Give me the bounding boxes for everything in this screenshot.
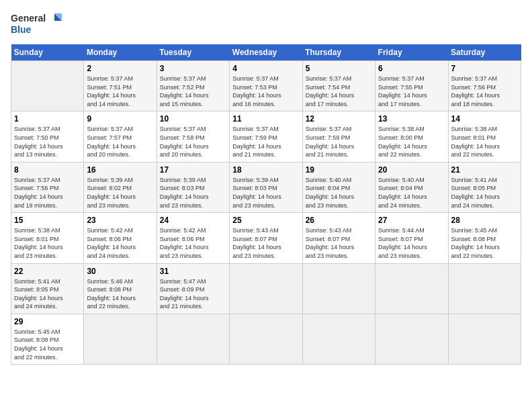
calendar-cell: [11, 61, 84, 111]
calendar-cell: 27Sunrise: 5:44 AM Sunset: 8:07 PM Dayli…: [375, 213, 448, 263]
day-info: Sunrise: 5:37 AM Sunset: 7:54 PM Dayligh…: [306, 75, 372, 108]
logo-svg: General Blue: [11, 11, 64, 39]
calendar-cell: 16Sunrise: 5:39 AM Sunset: 8:02 PM Dayli…: [84, 162, 157, 212]
calendar-cell: 11Sunrise: 5:37 AM Sunset: 7:59 PM Dayli…: [230, 111, 302, 162]
calendar-cell: 26Sunrise: 5:43 AM Sunset: 8:07 PM Dayli…: [302, 213, 375, 263]
header-sunday: Sunday: [11, 44, 84, 61]
day-number: 16: [87, 165, 153, 175]
day-info: Sunrise: 5:37 AM Sunset: 7:59 PM Dayligh…: [306, 125, 372, 158]
calendar-cell: 28Sunrise: 5:45 AM Sunset: 8:08 PM Dayli…: [448, 213, 521, 263]
calendar-cell: 1Sunrise: 5:37 AM Sunset: 7:50 PM Daylig…: [11, 111, 84, 162]
calendar-cell: 20Sunrise: 5:40 AM Sunset: 8:04 PM Dayli…: [375, 162, 448, 212]
day-number: 15: [14, 216, 81, 225]
day-info: Sunrise: 5:45 AM Sunset: 8:08 PM Dayligh…: [14, 328, 81, 361]
day-number: 17: [160, 165, 226, 175]
day-number: 4: [232, 64, 299, 73]
calendar-cell: [448, 314, 521, 364]
day-number: 5: [306, 64, 372, 73]
day-info: Sunrise: 5:39 AM Sunset: 8:03 PM Dayligh…: [232, 176, 299, 210]
svg-text:General: General: [11, 13, 46, 24]
calendar-cell: 30Sunrise: 5:46 AM Sunset: 8:08 PM Dayli…: [84, 263, 157, 314]
day-info: Sunrise: 5:41 AM Sunset: 8:05 PM Dayligh…: [451, 176, 518, 210]
calendar-cell: 25Sunrise: 5:43 AM Sunset: 8:07 PM Dayli…: [230, 213, 302, 263]
day-info: Sunrise: 5:37 AM Sunset: 7:56 PM Dayligh…: [14, 176, 81, 210]
day-number: 18: [232, 165, 299, 175]
day-info: Sunrise: 5:37 AM Sunset: 7:50 PM Dayligh…: [14, 125, 81, 158]
calendar-cell: [84, 314, 157, 364]
day-number: 29: [14, 317, 81, 326]
calendar-cell: [230, 263, 302, 314]
calendar-cell: 10Sunrise: 5:37 AM Sunset: 7:58 PM Dayli…: [157, 111, 229, 162]
calendar-cell: 23Sunrise: 5:42 AM Sunset: 8:06 PM Dayli…: [84, 213, 157, 263]
calendar-cell: 29Sunrise: 5:45 AM Sunset: 8:08 PM Dayli…: [11, 314, 84, 364]
calendar-cell: 8Sunrise: 5:37 AM Sunset: 7:56 PM Daylig…: [11, 162, 84, 212]
day-number: 20: [378, 165, 445, 175]
day-info: Sunrise: 5:44 AM Sunset: 8:07 PM Dayligh…: [378, 226, 445, 260]
day-info: Sunrise: 5:37 AM Sunset: 7:53 PM Dayligh…: [232, 75, 299, 108]
calendar-cell: 6Sunrise: 5:37 AM Sunset: 7:55 PM Daylig…: [375, 61, 448, 111]
day-info: Sunrise: 5:40 AM Sunset: 8:04 PM Dayligh…: [306, 176, 372, 210]
calendar-cell: [375, 314, 448, 364]
day-info: Sunrise: 5:38 AM Sunset: 8:01 PM Dayligh…: [14, 226, 81, 260]
day-number: 21: [451, 165, 518, 175]
day-info: Sunrise: 5:47 AM Sunset: 8:09 PM Dayligh…: [160, 277, 226, 311]
day-number: 11: [232, 114, 299, 124]
day-number: 14: [451, 114, 518, 124]
day-info: Sunrise: 5:41 AM Sunset: 8:05 PM Dayligh…: [14, 277, 81, 311]
calendar-cell: [157, 314, 229, 364]
day-number: 10: [160, 114, 226, 124]
day-number: 2: [87, 64, 153, 73]
calendar-cell: 7Sunrise: 5:37 AM Sunset: 7:56 PM Daylig…: [448, 61, 521, 111]
header-saturday: Saturday: [448, 44, 521, 61]
header-friday: Friday: [375, 44, 448, 61]
header-monday: Monday: [84, 44, 157, 61]
calendar-cell: [302, 314, 375, 364]
day-number: 8: [14, 165, 81, 175]
day-number: 7: [451, 64, 518, 73]
calendar-cell: [448, 263, 521, 314]
calendar-cell: 9Sunrise: 5:37 AM Sunset: 7:57 PM Daylig…: [84, 111, 157, 162]
day-number: 22: [14, 267, 81, 276]
day-info: Sunrise: 5:39 AM Sunset: 8:03 PM Dayligh…: [160, 176, 226, 210]
day-info: Sunrise: 5:40 AM Sunset: 8:04 PM Dayligh…: [378, 176, 445, 210]
day-info: Sunrise: 5:37 AM Sunset: 7:55 PM Dayligh…: [378, 75, 445, 108]
calendar-cell: 2Sunrise: 5:37 AM Sunset: 7:51 PM Daylig…: [84, 61, 157, 111]
day-info: Sunrise: 5:37 AM Sunset: 7:59 PM Dayligh…: [232, 125, 299, 158]
svg-text:Blue: Blue: [11, 24, 32, 35]
day-number: 13: [378, 114, 445, 124]
calendar-cell: 5Sunrise: 5:37 AM Sunset: 7:54 PM Daylig…: [302, 61, 375, 111]
calendar-cell: 14Sunrise: 5:38 AM Sunset: 8:01 PM Dayli…: [448, 111, 521, 162]
day-number: 27: [378, 216, 445, 225]
day-info: Sunrise: 5:45 AM Sunset: 8:08 PM Dayligh…: [451, 226, 518, 260]
day-info: Sunrise: 5:42 AM Sunset: 8:06 PM Dayligh…: [87, 226, 153, 260]
day-info: Sunrise: 5:46 AM Sunset: 8:08 PM Dayligh…: [87, 277, 153, 311]
day-number: 19: [306, 165, 372, 175]
calendar-header: SundayMondayTuesdayWednesdayThursdayFrid…: [11, 44, 521, 61]
calendar-cell: 18Sunrise: 5:39 AM Sunset: 8:03 PM Dayli…: [230, 162, 302, 212]
day-info: Sunrise: 5:43 AM Sunset: 8:07 PM Dayligh…: [232, 226, 299, 260]
calendar-cell: 21Sunrise: 5:41 AM Sunset: 8:05 PM Dayli…: [448, 162, 521, 212]
calendar-table: SundayMondayTuesdayWednesdayThursdayFrid…: [11, 44, 521, 365]
day-number: 26: [306, 216, 372, 225]
day-number: 30: [87, 267, 153, 276]
calendar-cell: 31Sunrise: 5:47 AM Sunset: 8:09 PM Dayli…: [157, 263, 229, 314]
calendar-cell: 12Sunrise: 5:37 AM Sunset: 7:59 PM Dayli…: [302, 111, 375, 162]
day-info: Sunrise: 5:38 AM Sunset: 8:01 PM Dayligh…: [451, 125, 518, 158]
header-wednesday: Wednesday: [230, 44, 302, 61]
day-info: Sunrise: 5:43 AM Sunset: 8:07 PM Dayligh…: [306, 226, 372, 260]
calendar-cell: 22Sunrise: 5:41 AM Sunset: 8:05 PM Dayli…: [11, 263, 84, 314]
day-number: 24: [160, 216, 226, 225]
calendar-cell: 17Sunrise: 5:39 AM Sunset: 8:03 PM Dayli…: [157, 162, 229, 212]
day-info: Sunrise: 5:37 AM Sunset: 7:52 PM Dayligh…: [160, 75, 226, 108]
header-tuesday: Tuesday: [157, 44, 229, 61]
header: General Blue: [11, 11, 521, 39]
day-number: 3: [160, 64, 226, 73]
calendar-cell: [230, 314, 302, 364]
day-number: 1: [14, 114, 81, 124]
calendar-cell: [302, 263, 375, 314]
day-info: Sunrise: 5:37 AM Sunset: 7:58 PM Dayligh…: [160, 125, 226, 158]
calendar-cell: 13Sunrise: 5:38 AM Sunset: 8:00 PM Dayli…: [375, 111, 448, 162]
calendar-cell: 24Sunrise: 5:42 AM Sunset: 8:06 PM Dayli…: [157, 213, 229, 263]
day-number: 23: [87, 216, 153, 225]
day-number: 31: [160, 267, 226, 276]
